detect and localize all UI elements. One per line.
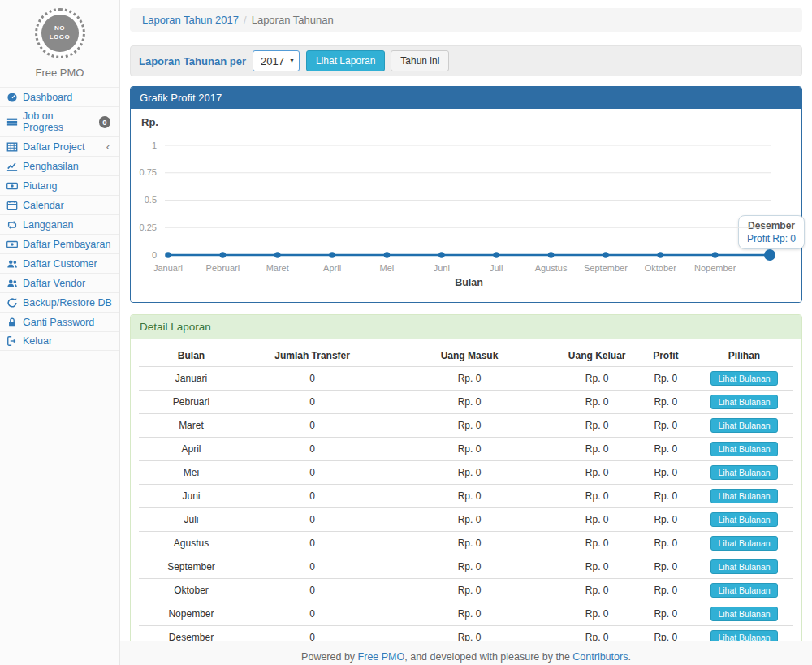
cell-pilihan: Lihat Bulanan: [695, 579, 793, 602]
detail-report-panel: Detail Laporan BulanJumlah TransferUang …: [130, 314, 802, 665]
sidebar-item-piutang[interactable]: Piutang: [0, 175, 119, 195]
money-icon: [6, 239, 18, 250]
contributors-link[interactable]: Contributors: [572, 651, 628, 663]
y-tick-label: 0.25: [140, 222, 157, 232]
table-icon: [6, 141, 18, 153]
sidebar: NO LOGO Free PMO DashboardJob on Progres…: [0, 0, 120, 665]
sidebar-item-ganti-password[interactable]: Ganti Password: [0, 312, 119, 331]
cell-uang-keluar: Rp. 0: [558, 532, 637, 555]
cell-uang-keluar: Rp. 0: [558, 414, 637, 438]
cell-uang-keluar: Rp. 0: [558, 391, 637, 414]
sidebar-item-label: Daftar Project: [23, 141, 84, 153]
cell-profit: Rp. 0: [637, 414, 696, 438]
users-icon: [6, 278, 18, 289]
retweet-icon: [6, 219, 18, 231]
lihat-bulanan-button[interactable]: Lihat Bulanan: [710, 489, 777, 503]
x-tick-label: Pebruari: [206, 263, 240, 273]
chart-panel-title: Grafik Profit 2017: [131, 87, 801, 109]
lihat-bulanan-button[interactable]: Lihat Bulanan: [710, 607, 777, 621]
data-point-juli: [493, 253, 499, 259]
cell-pilihan: Lihat Bulanan: [695, 414, 793, 438]
cell-pilihan: Lihat Bulanan: [695, 391, 793, 414]
cell-bulan: Oktober: [139, 579, 244, 602]
cell-jumlah-transfer: 0: [244, 555, 381, 579]
lihat-bulanan-button[interactable]: Lihat Bulanan: [710, 536, 777, 551]
lihat-laporan-button[interactable]: Lihat Laporan: [306, 50, 385, 71]
sidebar-item-dashboard[interactable]: Dashboard: [0, 87, 119, 106]
table-row-juli: Juli0Rp. 0Rp. 0Rp. 0Lihat Bulanan: [139, 508, 793, 532]
lihat-bulanan-button[interactable]: Lihat Bulanan: [710, 418, 777, 433]
main-content: Laporan Tahun 2017/Laporan Tahunan Lapor…: [120, 8, 812, 665]
sidebar-item-label: Daftar Customer: [23, 258, 97, 270]
calendar-icon: [6, 200, 18, 211]
sidebar-item-label: Ganti Password: [23, 317, 94, 328]
x-tick-label: Januari: [153, 263, 183, 273]
table-row-pebruari: Pebruari0Rp. 0Rp. 0Rp. 0Lihat Bulanan: [139, 391, 793, 414]
sidebar-item-label: Piutang: [23, 180, 57, 192]
sidebar-item-penghasilan[interactable]: Penghasilan: [0, 156, 119, 175]
sidebar-item-job-on-progress[interactable]: Job on Progress0: [0, 106, 119, 136]
data-point-juni: [438, 253, 445, 259]
cell-jumlah-transfer: 0: [244, 367, 381, 391]
sidebar-item-langganan[interactable]: Langganan: [0, 214, 119, 234]
cell-bulan: Pebruari: [139, 391, 244, 414]
cell-jumlah-transfer: 0: [244, 485, 381, 508]
column-header-uang-masuk: Uang Masuk: [381, 345, 558, 367]
cell-jumlah-transfer: 0: [244, 532, 381, 555]
data-point-september: [603, 253, 609, 259]
money-icon: [6, 180, 18, 192]
cell-uang-keluar: Rp. 0: [558, 508, 637, 532]
data-point-januari: [165, 253, 171, 259]
cell-uang-masuk: Rp. 0: [381, 391, 558, 414]
sidebar-item-daftar-project[interactable]: Daftar Project‹: [0, 136, 119, 156]
report-table: BulanJumlah TransferUang MasukUang Kelua…: [139, 345, 793, 665]
free-pmo-link[interactable]: Free PMO: [358, 651, 405, 663]
cell-bulan: Maret: [139, 414, 244, 438]
cell-profit: Rp. 0: [637, 555, 696, 579]
sidebar-item-backup-restore-db[interactable]: Backup/Restore DB: [0, 292, 119, 312]
sidebar-item-label: Dashboard: [23, 92, 72, 103]
cell-bulan: Juli: [139, 508, 244, 532]
table-row-januari: Januari0Rp. 0Rp. 0Rp. 0Lihat Bulanan: [139, 367, 793, 391]
cell-pilihan: Lihat Bulanan: [695, 532, 793, 555]
tahun-ini-button[interactable]: Tahun ini: [391, 50, 449, 71]
cell-pilihan: Lihat Bulanan: [695, 555, 793, 579]
lihat-bulanan-button[interactable]: Lihat Bulanan: [710, 512, 777, 527]
breadcrumb-link-laporan-tahun[interactable]: Laporan Tahun 2017: [142, 14, 239, 26]
year-select-wrap: 2017 ▼: [253, 50, 300, 71]
x-tick-label: Nopember: [694, 263, 736, 273]
sidebar-item-daftar-vendor[interactable]: Daftar Vendor: [0, 273, 119, 292]
lihat-bulanan-button[interactable]: Lihat Bulanan: [710, 583, 777, 598]
data-point-oktober: [657, 253, 663, 259]
cell-profit: Rp. 0: [637, 485, 696, 508]
lihat-bulanan-button[interactable]: Lihat Bulanan: [710, 465, 777, 480]
sidebar-item-keluar[interactable]: Keluar: [0, 331, 119, 351]
cell-profit: Rp. 0: [637, 508, 696, 532]
cell-profit: Rp. 0: [637, 579, 696, 602]
table-row-oktober: Oktober0Rp. 0Rp. 0Rp. 0Lihat Bulanan: [139, 579, 793, 602]
lihat-bulanan-button[interactable]: Lihat Bulanan: [710, 371, 777, 386]
lihat-bulanan-button[interactable]: Lihat Bulanan: [710, 395, 777, 409]
data-point-nopember: [712, 253, 719, 259]
sidebar-item-daftar-pembayaran[interactable]: Daftar Pembayaran: [0, 234, 119, 253]
table-row-maret: Maret0Rp. 0Rp. 0Rp. 0Lihat Bulanan: [139, 414, 793, 438]
cell-bulan: Agustus: [139, 532, 244, 555]
cell-bulan: Nopember: [139, 602, 244, 626]
sidebar-item-label: Penghasilan: [23, 161, 79, 172]
lihat-bulanan-button[interactable]: Lihat Bulanan: [710, 559, 777, 574]
sidebar-item-daftar-customer[interactable]: Daftar Customer: [0, 253, 119, 273]
data-point-mei: [384, 253, 391, 259]
lihat-bulanan-button[interactable]: Lihat Bulanan: [710, 442, 777, 456]
x-tick-label: April: [323, 263, 341, 273]
data-point-desember: [764, 249, 775, 261]
sidebar-item-calendar[interactable]: Calendar: [0, 195, 119, 214]
sidebar-nav: DashboardJob on Progress0Daftar Project‹…: [0, 87, 119, 351]
cell-jumlah-transfer: 0: [244, 414, 381, 438]
column-header-pilihan: Pilihan: [695, 345, 793, 367]
cell-profit: Rp. 0: [637, 367, 696, 391]
footer: Powered by Free PMO, and developed with …: [120, 641, 812, 665]
cell-uang-keluar: Rp. 0: [558, 367, 637, 391]
year-select[interactable]: 2017: [253, 50, 300, 71]
breadcrumb: Laporan Tahun 2017/Laporan Tahunan: [130, 8, 802, 32]
profit-chart-panel: Grafik Profit 2017 Rp. Bulan Desember Pr…: [130, 86, 802, 303]
